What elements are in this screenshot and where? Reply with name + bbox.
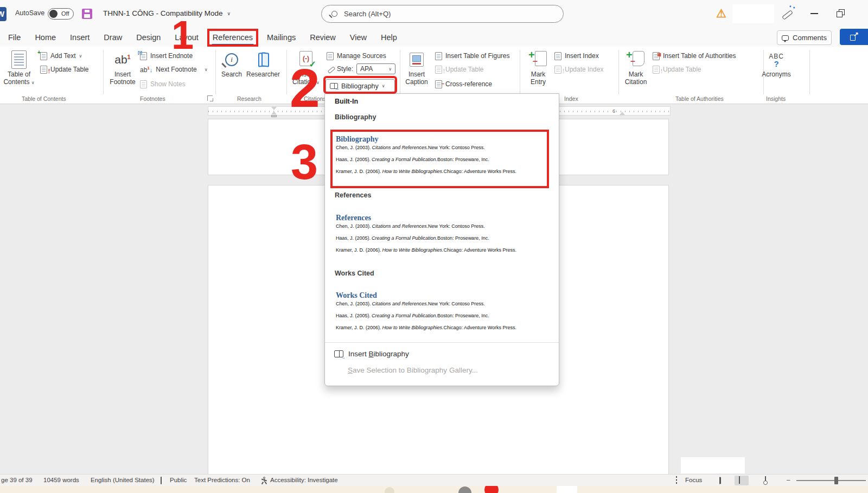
cross-reference-label: Cross-reference bbox=[445, 80, 492, 88]
search-input[interactable]: Search (Alt+Q) bbox=[321, 5, 564, 23]
style-select[interactable]: APA ∨ bbox=[356, 63, 395, 74]
next-footnote-button[interactable]: ab1↓ Next Footnote ∨ bbox=[140, 65, 208, 74]
update-index-button[interactable]: ! Update Index bbox=[554, 65, 603, 74]
insert-table-of-authorities-button[interactable]: ▤ Insert Table of Authorities bbox=[653, 51, 736, 61]
language-indicator[interactable]: English (United States) bbox=[91, 477, 155, 483]
right-indent-marker[interactable] bbox=[620, 112, 625, 115]
acronyms-question-icon: ? bbox=[774, 60, 778, 67]
focus-icon bbox=[676, 477, 677, 483]
add-text-button[interactable]: + Add Text ∨ bbox=[40, 51, 82, 61]
tab-help[interactable]: Help bbox=[374, 28, 404, 47]
footnotes-dialog-launcher-icon[interactable] bbox=[207, 95, 213, 101]
show-notes-label: Show Notes bbox=[150, 80, 186, 88]
warning-icon[interactable]: ⚠ bbox=[716, 7, 726, 20]
citation-source: Boston: Proseware, Inc. bbox=[437, 313, 489, 318]
show-notes-button[interactable]: Show Notes bbox=[140, 79, 186, 89]
update-table-icon: ! bbox=[435, 66, 442, 74]
zoom-slider-handle[interactable] bbox=[834, 477, 838, 484]
left-indent-marker[interactable] bbox=[271, 115, 277, 117]
sensitivity-label[interactable]: Public bbox=[170, 477, 187, 483]
acronyms-button[interactable]: ABC ? Acronyms bbox=[757, 49, 795, 78]
manage-sources-label: Manage Sources bbox=[337, 52, 386, 60]
dropdown-separator bbox=[325, 342, 559, 343]
citation-title: Citations and References. bbox=[372, 223, 429, 229]
update-table-icon: ! bbox=[653, 66, 660, 74]
partial-circle-gray bbox=[458, 486, 471, 493]
word-logo-icon[interactable]: W bbox=[0, 7, 7, 21]
citation-source: New York: Contoso Press. bbox=[428, 301, 485, 306]
citation-title: Creating a Formal Publication. bbox=[372, 313, 437, 318]
cross-reference-icon: – bbox=[435, 80, 442, 88]
save-selection-menu-item[interactable]: Save Selection to Bibliography Gallery..… bbox=[325, 363, 559, 377]
sensitivity-shield-icon bbox=[161, 477, 162, 484]
annotation-step-1: 1 bbox=[171, 15, 194, 55]
autosave-toggle[interactable]: Off bbox=[48, 8, 74, 20]
comment-bubble-icon bbox=[782, 35, 789, 41]
researcher-button[interactable]: Researcher bbox=[245, 49, 281, 78]
citation-title: Creating a Formal Publication. bbox=[372, 235, 437, 241]
document-title[interactable]: THNN-1 CÔNG - Compatibility Mode ∨ bbox=[103, 9, 231, 17]
tab-references[interactable]: References bbox=[206, 28, 260, 47]
group-separator bbox=[520, 50, 520, 94]
group-separator bbox=[809, 50, 810, 94]
update-table-authorities-button[interactable]: ! Update Table bbox=[653, 65, 701, 74]
style-label: Style: bbox=[337, 65, 353, 73]
insert-caption-button[interactable]: Insert Caption bbox=[401, 49, 432, 86]
insert-index-button[interactable]: Insert Index bbox=[554, 51, 599, 61]
table-of-contents-button[interactable]: Table of Contents ∨ bbox=[2, 49, 36, 87]
mark-citation-icon: +– bbox=[627, 51, 644, 68]
comments-button[interactable]: Comments bbox=[777, 30, 832, 45]
insert-table-of-figures-button[interactable]: Insert Table of Figures bbox=[435, 51, 510, 61]
citation-source: Chicago: Adventure Works Press. bbox=[444, 247, 516, 253]
print-layout-selected-bg bbox=[735, 476, 749, 485]
tab-mailings[interactable]: Mailings bbox=[260, 28, 303, 47]
search-button[interactable]: i Search bbox=[218, 49, 245, 78]
share-icon: ↗ bbox=[850, 33, 858, 41]
mark-citation-button[interactable]: +– Mark Citation bbox=[621, 49, 651, 86]
web-layout-icon[interactable] bbox=[765, 477, 766, 483]
hanging-indent-marker[interactable] bbox=[271, 111, 277, 114]
tab-design[interactable]: Design bbox=[129, 28, 168, 47]
print-layout-icon[interactable] bbox=[739, 477, 740, 483]
insert-bibliography-icon: → bbox=[334, 350, 343, 357]
tab-review[interactable]: Review bbox=[303, 28, 343, 47]
tab-label: Design bbox=[136, 33, 161, 42]
tab-file[interactable]: File bbox=[1, 28, 28, 47]
save-selection-label: Save Selection to Bibliography Gallery..… bbox=[348, 366, 478, 374]
tab-label: Draw bbox=[104, 33, 122, 42]
search-label: Search bbox=[221, 71, 242, 78]
cross-reference-button[interactable]: – Cross-reference bbox=[435, 79, 492, 89]
chevron-down-icon: ∨ bbox=[31, 80, 35, 85]
focus-button[interactable]: Focus bbox=[685, 477, 702, 483]
word-count[interactable]: 10459 words bbox=[43, 477, 79, 483]
first-line-indent-marker[interactable] bbox=[271, 107, 277, 110]
minimize-icon[interactable] bbox=[810, 13, 818, 14]
accessibility-status[interactable]: Accessibility: Investigate bbox=[270, 477, 338, 483]
tab-insert[interactable]: Insert bbox=[63, 28, 97, 47]
manage-sources-button[interactable]: Manage Sources bbox=[327, 51, 386, 61]
insert-endnote-icon: [i] bbox=[140, 52, 147, 60]
mark-entry-button[interactable]: +– Mark Entry bbox=[524, 49, 552, 86]
tab-view[interactable]: View bbox=[343, 28, 374, 47]
update-table-captions-button[interactable]: ! Update Table bbox=[435, 65, 484, 74]
insert-bibliography-menu-item[interactable]: → Insert Bibliography bbox=[325, 347, 559, 361]
update-table-button[interactable]: ! Update Table bbox=[40, 65, 89, 74]
presenter-pen-icon[interactable] bbox=[782, 10, 793, 20]
page-indicator[interactable]: ge 39 of 39 bbox=[1, 477, 33, 483]
insert-footnote-button[interactable]: ab1 Insert Footnote bbox=[107, 49, 138, 86]
save-icon[interactable] bbox=[82, 9, 92, 19]
text-predictions[interactable]: Text Predictions: On bbox=[194, 477, 250, 483]
insert-footnote-label-line1: Insert bbox=[114, 71, 131, 78]
read-mode-icon[interactable] bbox=[719, 477, 720, 484]
share-button[interactable]: ↗ bbox=[840, 29, 868, 45]
word-logo-letter: W bbox=[0, 10, 4, 18]
tab-draw[interactable]: Draw bbox=[97, 28, 129, 47]
gallery-group-title: Built-In bbox=[335, 98, 358, 105]
restore-window-icon[interactable] bbox=[837, 9, 845, 17]
mark-entry-label-line2: Entry bbox=[531, 78, 546, 86]
zoom-out-button[interactable]: – bbox=[787, 476, 790, 483]
insert-caption-label-line1: Insert bbox=[409, 71, 425, 78]
tab-home[interactable]: Home bbox=[28, 28, 63, 47]
toc-label-line1: Table of bbox=[8, 71, 30, 78]
zoom-slider-track[interactable] bbox=[796, 480, 866, 481]
